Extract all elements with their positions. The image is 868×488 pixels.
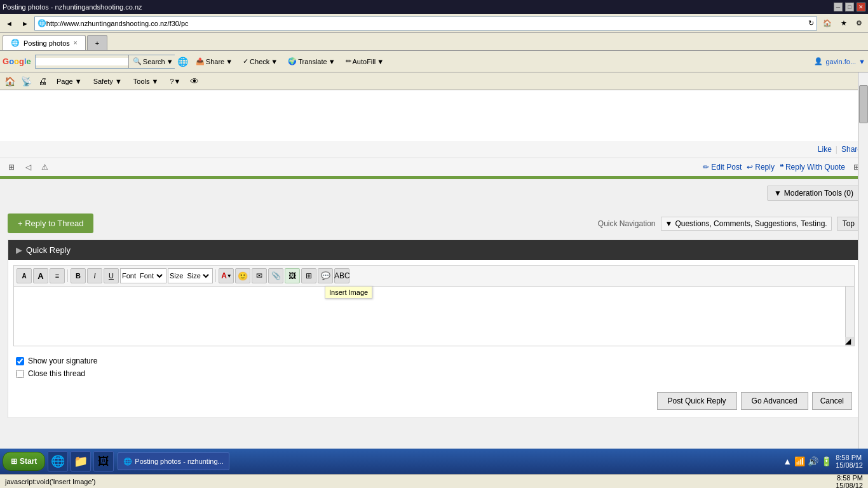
- font-dropdown[interactable]: Font: [137, 271, 165, 280]
- print-icon[interactable]: 🖨: [36, 74, 50, 88]
- favorites-button[interactable]: ★: [837, 17, 850, 29]
- home-button[interactable]: 🏠: [820, 17, 835, 29]
- settings-button[interactable]: ⚙: [853, 17, 865, 29]
- quick-nav-select[interactable]: ▼ Questions, Comments, Suggestions, Test…: [661, 217, 832, 231]
- translate-button[interactable]: 🌍 Translate ▼: [283, 55, 339, 67]
- new-tab-button[interactable]: +: [87, 35, 107, 50]
- size-select[interactable]: Size Size: [168, 268, 213, 283]
- editor-content-area[interactable]: ◢: [13, 286, 855, 346]
- taskbar-ie-window[interactable]: 🌐 Posting photos - nzhunting...: [118, 452, 229, 470]
- underline-button[interactable]: U: [104, 268, 119, 283]
- time-display: 8:58 PM: [836, 474, 863, 482]
- show-signature-label: Show your signature: [28, 356, 97, 365]
- user-info[interactable]: 👤 gavin.fo... ▼: [814, 57, 865, 65]
- like-button[interactable]: Like: [818, 145, 832, 154]
- address-bar[interactable]: 🌐 ↻: [34, 17, 817, 30]
- refresh-icon[interactable]: ↻: [808, 19, 814, 27]
- post-icon-3[interactable]: ⚠: [38, 161, 51, 173]
- post-quick-reply-button[interactable]: Post Quick Reply: [657, 392, 737, 410]
- google-search-box[interactable]: 🔍 Search ▼: [35, 55, 175, 69]
- restore-button[interactable]: □: [845, 3, 854, 11]
- editor-resize-handle[interactable]: ◢: [845, 337, 854, 346]
- forward-button[interactable]: ►: [18, 18, 32, 29]
- post-icon-2[interactable]: ◁: [22, 161, 34, 173]
- go-advanced-button[interactable]: Go Advanced: [741, 392, 808, 410]
- moderation-tools-button[interactable]: ▼ Moderation Tools (0): [767, 186, 860, 201]
- post-icon-1[interactable]: ⊞: [5, 161, 18, 173]
- collapse-icon[interactable]: ▶: [16, 245, 22, 255]
- active-tab[interactable]: 🌐 Posting photos ×: [3, 35, 86, 50]
- check-button[interactable]: ✓ Check ▼: [238, 55, 282, 67]
- main-content: Like | Share ⊞ ◁ ⚠ ✏ Edit Post ↩ Reply ❝…: [0, 90, 868, 474]
- edit-post-button[interactable]: ✏ Edit Post: [703, 163, 742, 172]
- user-avatar: 👤: [814, 57, 823, 65]
- italic-button[interactable]: I: [87, 268, 102, 283]
- taskbar-right: ▲ 📶 🔊 🔋 8:58 PM 15/08/12: [780, 454, 865, 469]
- tab-close-button[interactable]: ×: [74, 39, 78, 46]
- main-scrollbar[interactable]: [858, 72, 868, 449]
- scrollbar-thumb[interactable]: [859, 85, 868, 123]
- share-button[interactable]: 📤 Share ▼: [191, 55, 237, 67]
- google-search-input[interactable]: [36, 58, 128, 65]
- editor-toolbar: A A ≡ B I U Font Font Size Size: [13, 265, 855, 286]
- size-dropdown[interactable]: Size: [184, 271, 211, 280]
- eye-icon[interactable]: 👁: [187, 74, 201, 88]
- bold-button[interactable]: B: [71, 268, 86, 283]
- minimize-button[interactable]: ─: [834, 3, 843, 11]
- cancel-button[interactable]: Cancel: [812, 392, 852, 410]
- spellcheck-button[interactable]: ABC: [334, 268, 349, 283]
- quick-reply-title: Quick Reply: [26, 245, 71, 255]
- reply-with-quote-button[interactable]: ❝ Reply With Quote: [780, 163, 845, 172]
- top-button[interactable]: Top: [837, 217, 860, 231]
- status-bar: javascript:void('Insert Image') 8:58 PM …: [0, 474, 868, 488]
- taskbar-ie-icon[interactable]: 🌐: [48, 451, 68, 471]
- clock: 8:58 PM 15/08/12: [836, 474, 863, 489]
- taskbar-clock: 8:58 PM 15/08/12: [836, 454, 863, 469]
- page-button[interactable]: Page ▼: [52, 76, 86, 87]
- reply-textarea[interactable]: [14, 287, 854, 344]
- google-toolbar: Google 🔍 Search ▼ 🌐 📤 Share ▼ ✓ Check ▼ …: [0, 51, 868, 72]
- home-page-icon[interactable]: 🏠: [3, 74, 17, 88]
- emoji-button[interactable]: 🙂: [235, 268, 250, 283]
- address-icon: 🌐: [37, 19, 46, 27]
- page-toolbar: 🏠 📡 🖨 Page ▼ Safety ▼ Tools ▼ ?▼ 👁: [0, 72, 868, 90]
- translate-icon: 🌍: [288, 57, 297, 65]
- close-button[interactable]: ✕: [857, 3, 865, 11]
- format-button[interactable]: ≡: [50, 268, 65, 283]
- close-thread-label: Close this thread: [28, 369, 85, 378]
- insert-image-button[interactable]: 🖼: [285, 268, 300, 283]
- table-button[interactable]: ⊞: [301, 268, 316, 283]
- close-thread-checkbox[interactable]: [16, 370, 24, 378]
- start-button[interactable]: ⊞ Start: [3, 452, 45, 471]
- rss-icon[interactable]: 📡: [19, 74, 33, 88]
- reply-button[interactable]: ↩ Reply: [747, 163, 775, 172]
- network-icon: 📶: [794, 456, 805, 466]
- taskbar-explorer-icon[interactable]: 📁: [71, 451, 91, 471]
- show-signature-checkbox[interactable]: [16, 357, 24, 365]
- quick-reply-section: ▶ Quick Reply A A ≡ B I U Font Font: [8, 240, 860, 418]
- post-toolbar: ⊞ ◁ ⚠ ✏ Edit Post ↩ Reply ❝ Reply With Q…: [0, 158, 868, 177]
- check-icon: ✓: [243, 57, 248, 65]
- back-button[interactable]: ◄: [3, 18, 16, 29]
- google-search-button[interactable]: 🔍 Search ▼: [128, 55, 177, 68]
- safety-button[interactable]: Safety ▼: [89, 76, 126, 87]
- autofill-button[interactable]: ✏ AutoFill ▼: [341, 55, 389, 67]
- email-button[interactable]: ✉: [252, 268, 267, 283]
- attachment-button[interactable]: 📎: [268, 268, 283, 283]
- ie-icon[interactable]: 🌐: [176, 55, 190, 69]
- taskbar: ⊞ Start 🌐 📁 🖼 🌐 Posting photos - nzhunti…: [0, 449, 868, 474]
- volume-icon: 🔊: [808, 456, 818, 466]
- font-size-increase-button[interactable]: A: [33, 268, 48, 283]
- font-select[interactable]: Font Font: [120, 268, 166, 283]
- address-input[interactable]: [46, 20, 808, 27]
- help-button[interactable]: ?▼: [165, 76, 185, 87]
- editor-scrollbar[interactable]: [845, 287, 854, 337]
- quote-button[interactable]: 💬: [318, 268, 333, 283]
- font-color-button[interactable]: A ▼: [219, 268, 234, 283]
- tools-button[interactable]: Tools ▼: [129, 76, 163, 87]
- quick-nav-dropdown-icon: ▼: [665, 219, 673, 228]
- autofill-icon: ✏: [346, 57, 351, 65]
- reply-to-thread-button[interactable]: + Reply to Thread: [8, 214, 93, 233]
- taskbar-app-icon[interactable]: 🖼: [93, 451, 114, 471]
- font-size-decrease-button[interactable]: A: [17, 268, 32, 283]
